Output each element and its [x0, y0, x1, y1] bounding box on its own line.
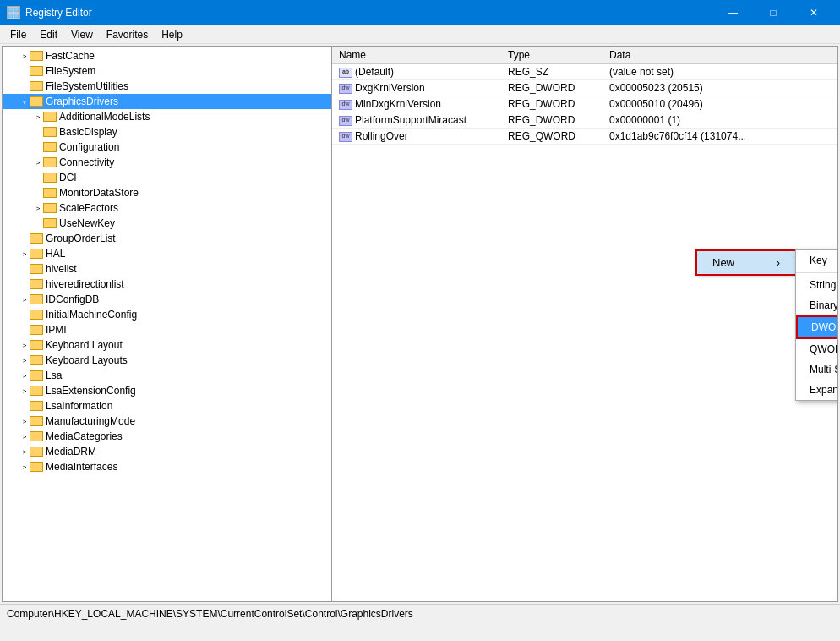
tree-item[interactable]: >Connectivity	[3, 155, 331, 170]
minimize-button[interactable]: —	[713, 0, 752, 25]
folder-icon	[30, 462, 43, 472]
tree-label: LsaInformation	[46, 400, 112, 412]
tree-arrow-icon: >	[19, 52, 30, 60]
new-button-arrow: ›	[777, 256, 780, 269]
folder-icon	[30, 66, 43, 76]
table-row[interactable]: dwPlatformSupportMiracast REG_DWORD 0x00…	[332, 112, 837, 129]
tree-label: MediaCategories	[46, 430, 123, 442]
tree-arrow-icon: >	[19, 433, 30, 441]
tree-item[interactable]: >ScaleFactors	[3, 200, 331, 216]
tree-label: MediaInterfaces	[46, 461, 117, 473]
tree-item[interactable]: >MediaCategories	[3, 429, 331, 444]
registry-table: Name Type Data ab(Default) REG_SZ (value…	[332, 47, 837, 145]
folder-icon	[30, 386, 43, 396]
folder-icon	[30, 233, 43, 244]
tree-item[interactable]: Configuration	[3, 140, 331, 155]
tree-item[interactable]: DCI	[3, 170, 331, 185]
tree-item[interactable]: >MediaDRM	[3, 444, 331, 459]
tree-label: ScaleFactors	[59, 202, 118, 214]
tree-item[interactable]: >AdditionalModeLists	[3, 109, 331, 124]
reg-data: 0x1d1ab9c76f0cf14 (131074...	[603, 129, 837, 145]
tree-label: Configuration	[59, 141, 119, 153]
tree-label: BasicDisplay	[59, 126, 117, 138]
table-row[interactable]: dwDxgKrnlVersion REG_DWORD 0x00005023 (2…	[332, 80, 837, 96]
reg-data: 0x00005023 (20515)	[603, 80, 837, 96]
content-area: >FastCacheFileSystemFileSystemUtilitiesv…	[2, 46, 838, 602]
folder-icon	[30, 249, 43, 259]
tree-item[interactable]: >Lsa	[3, 368, 331, 383]
status-bar: Computer\HKEY_LOCAL_MACHINE\SYSTEM\Curre…	[0, 604, 840, 622]
tree-label: Keyboard Layouts	[46, 354, 128, 366]
tree-item[interactable]: vGraphicsDrivers	[3, 94, 331, 109]
right-panel: Name Type Data ab(Default) REG_SZ (value…	[332, 47, 837, 601]
submenu-item[interactable]: Key	[796, 250, 837, 271]
folder-icon	[30, 431, 43, 441]
tree-item[interactable]: FileSystemUtilities	[3, 79, 331, 94]
reg-type: REG_DWORD	[501, 112, 603, 129]
reg-data: (value not set)	[603, 64, 837, 80]
reg-type: REG_DWORD	[501, 96, 603, 112]
tree-item[interactable]: MonitorDataStore	[3, 185, 331, 200]
tree-label: hivelist	[46, 263, 77, 275]
tree-item[interactable]: hivelist	[3, 261, 331, 277]
tree-label: MediaDRM	[46, 446, 96, 457]
tree-item[interactable]: >Keyboard Layout	[3, 337, 331, 353]
submenu-item[interactable]: QWORD (64-bit) Value	[796, 339, 837, 359]
tree-item[interactable]: >HAL	[3, 246, 331, 261]
folder-icon	[30, 96, 43, 107]
menu-edit[interactable]: Edit	[33, 27, 64, 42]
submenu-item[interactable]: Expandable String Value	[796, 380, 837, 400]
svg-rect-0	[8, 8, 13, 12]
menu-help[interactable]: Help	[155, 27, 189, 42]
tree-item[interactable]: >MediaInterfaces	[3, 459, 331, 474]
svg-rect-1	[14, 8, 19, 12]
tree-label: Keyboard Layout	[46, 339, 123, 351]
reg-type: REG_QWORD	[501, 129, 603, 145]
table-row[interactable]: dwMinDxgKrnlVersion REG_DWORD 0x00005010…	[332, 96, 837, 112]
close-button[interactable]: ✕	[794, 0, 833, 25]
tree-item[interactable]: LsaInformation	[3, 398, 331, 414]
tree-label: FastCache	[46, 50, 95, 62]
tree-item[interactable]: >IDConfigDB	[3, 292, 331, 307]
reg-type: REG_SZ	[501, 64, 603, 80]
status-path: Computer\HKEY_LOCAL_MACHINE\SYSTEM\Curre…	[7, 608, 413, 620]
menu-view[interactable]: View	[64, 27, 100, 42]
tree-label: InitialMachineConfig	[46, 309, 137, 320]
submenu-item[interactable]: DWORD (32-bit) Value	[796, 315, 837, 339]
tree-item[interactable]: FileSystem	[3, 63, 331, 79]
reg-icon-ab: ab	[339, 68, 352, 78]
reg-name: dwDxgKrnlVersion	[332, 80, 501, 96]
tree-label: FileSystem	[46, 65, 95, 77]
tree-arrow-icon: >	[19, 463, 30, 471]
tree-label: Connectivity	[59, 156, 114, 168]
tree-item[interactable]: >ManufacturingMode	[3, 414, 331, 429]
reg-name: ab(Default)	[332, 64, 501, 80]
reg-icon-dword: dw	[339, 84, 352, 94]
tree-label: GraphicsDrivers	[46, 96, 118, 107]
submenu-item[interactable]: String Value	[796, 275, 837, 295]
table-row[interactable]: dwRollingOver REG_QWORD 0x1d1ab9c76f0cf1…	[332, 129, 837, 145]
tree-item[interactable]: hiveredirectionlist	[3, 277, 331, 292]
tree-item[interactable]: InitialMachineConfig	[3, 307, 331, 322]
menu-file[interactable]: File	[3, 27, 33, 42]
col-name: Name	[332, 47, 501, 64]
new-button[interactable]: New ›	[695, 249, 797, 276]
submenu-item[interactable]: Binary Value	[796, 295, 837, 315]
tree-item[interactable]: UseNewKey	[3, 216, 331, 231]
table-row[interactable]: ab(Default) REG_SZ (value not set)	[332, 64, 837, 80]
tree-panel-inner[interactable]: >FastCacheFileSystemFileSystemUtilitiesv…	[3, 47, 331, 601]
menu-favorites[interactable]: Favorites	[100, 27, 155, 42]
tree-item[interactable]: >LsaExtensionConfig	[3, 383, 331, 398]
tree-label: Lsa	[46, 370, 62, 381]
tree-item[interactable]: >Keyboard Layouts	[3, 353, 331, 368]
submenu-item[interactable]: Multi-String Value	[796, 359, 837, 380]
tree-item[interactable]: >FastCache	[3, 48, 331, 63]
reg-name: dwRollingOver	[332, 129, 501, 145]
tree-item[interactable]: BasicDisplay	[3, 124, 331, 140]
col-data: Data	[603, 47, 837, 64]
maximize-button[interactable]: □	[754, 0, 793, 25]
tree-item[interactable]: GroupOrderList	[3, 231, 331, 246]
reg-data: 0x00000001 (1)	[603, 112, 837, 129]
tree-item[interactable]: IPMI	[3, 322, 331, 337]
folder-icon	[30, 279, 43, 289]
